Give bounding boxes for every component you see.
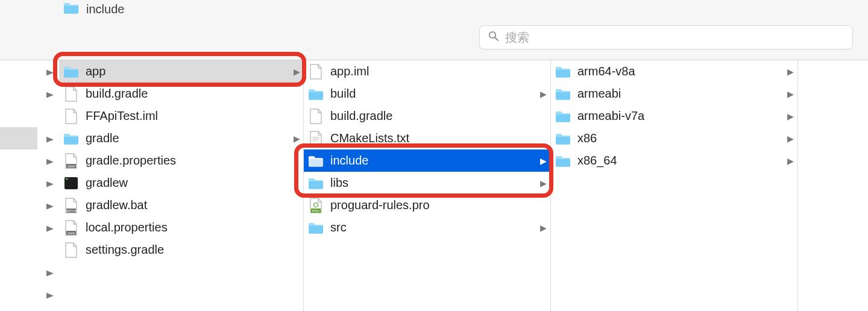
file-icon [63, 87, 80, 101]
list-item[interactable]: gradle▶ [59, 127, 304, 149]
terminal-icon [63, 176, 80, 190]
list-item[interactable]: x86_64▶ [551, 149, 797, 172]
list-item[interactable]: gradlew [59, 172, 304, 194]
item-label: CMakeLists.txt [330, 131, 547, 145]
java-icon [63, 221, 80, 235]
disclosure-arrow-icon[interactable]: ▶ [45, 68, 55, 77]
chevron-right-icon: ▶ [784, 89, 794, 99]
list-item[interactable]: src▶ [304, 216, 550, 239]
item-label: local.properties [86, 221, 300, 234]
item-label: src [330, 221, 537, 234]
file-icon [307, 109, 324, 124]
list-item[interactable]: gradlew.bat [59, 194, 304, 216]
disclosure-arrow-icon[interactable]: ▶ [45, 268, 55, 277]
disclosure-arrow-icon[interactable]: ▶ [45, 291, 55, 300]
item-label: settings.gradle [86, 243, 300, 257]
list-item[interactable]: local.properties [59, 216, 304, 239]
list-item[interactable]: app.iml [304, 60, 550, 83]
list-item[interactable]: build.gradle [59, 83, 304, 105]
list-item[interactable]: proguard-rules.pro [304, 194, 550, 216]
folder-icon [555, 131, 571, 146]
toolbar: include [0, 0, 868, 60]
folder-icon [555, 64, 571, 79]
item-label: gradlew [86, 176, 300, 190]
java-icon [63, 154, 80, 168]
chevron-right-icon: ▶ [784, 134, 794, 143]
item-label: libs [330, 176, 537, 190]
folder-icon [307, 176, 324, 190]
item-label: x86 [577, 131, 784, 145]
path-current-folder-label: include [86, 2, 124, 16]
item-label: build.gradle [330, 109, 547, 123]
item-label: build.gradle [86, 87, 300, 101]
item-label: gradlew.bat [86, 198, 300, 212]
chevron-right-icon: ▶ [537, 156, 547, 166]
list-item[interactable]: settings.gradle [59, 239, 304, 261]
chevron-right-icon: ▶ [784, 67, 794, 77]
list-item[interactable]: gradle.properties [59, 149, 304, 172]
item-label: gradle.properties [86, 154, 300, 168]
pro-icon [307, 198, 324, 213]
folder-icon [555, 109, 571, 124]
column-2[interactable]: app.imlbuild▶build.gradleCMakeLists.txti… [304, 60, 551, 311]
file-icon [63, 243, 80, 257]
chevron-right-icon: ▶ [784, 156, 794, 166]
search-icon [488, 31, 499, 44]
item-label: FFApiTest.iml [86, 109, 300, 123]
item-label: x86_64 [577, 154, 784, 168]
list-item[interactable]: FFApiTest.iml [59, 105, 304, 127]
folder-icon [555, 87, 571, 101]
list-item[interactable]: arm64-v8a▶ [551, 60, 797, 83]
chevron-right-icon: ▶ [291, 134, 300, 143]
chevron-right-icon: ▶ [537, 178, 547, 188]
batch-icon [63, 198, 80, 213]
column-3[interactable]: arm64-v8a▶armeabi▶armeabi-v7a▶x86▶x86_64… [551, 60, 798, 311]
search-input[interactable] [505, 31, 844, 45]
list-item[interactable]: build.gradle [304, 105, 550, 127]
item-label: armeabi-v7a [577, 109, 784, 123]
chevron-right-icon: ▶ [784, 112, 794, 121]
folder-icon [307, 87, 324, 101]
item-label: armeabi [577, 87, 784, 101]
disclosure-arrow-icon[interactable]: ▶ [45, 134, 55, 143]
disclosure-arrow-icon[interactable]: ▶ [45, 90, 55, 99]
disclosure-arrow-icon[interactable]: ▶ [45, 157, 55, 166]
item-label: app.iml [330, 64, 547, 78]
file-icon [307, 64, 324, 79]
column-1-disclosure-gutter: ▶▶▶▶▶▶▶▶▶ [37, 60, 59, 311]
item-label: app [86, 64, 291, 78]
chevron-right-icon: ▶ [537, 89, 547, 99]
disclosure-arrow-icon[interactable]: ▶ [45, 179, 55, 188]
disclosure-arrow-icon[interactable]: ▶ [45, 201, 55, 210]
folder-icon [63, 1, 79, 17]
list-item[interactable]: x86▶ [551, 127, 797, 149]
list-item[interactable]: libs▶ [304, 172, 550, 194]
folder-icon [63, 64, 80, 79]
chevron-right-icon: ▶ [291, 67, 300, 77]
path-current-folder: include [63, 1, 124, 17]
folder-icon [555, 154, 571, 168]
item-label: build [330, 87, 537, 101]
search-field[interactable] [479, 25, 853, 49]
file-icon [63, 109, 80, 124]
list-item[interactable]: CMakeLists.txt [304, 127, 550, 149]
list-item[interactable]: app▶ [59, 60, 304, 83]
list-item[interactable]: armeabi-v7a▶ [551, 105, 797, 127]
column-1[interactable]: app▶build.gradleFFApiTest.imlgradle▶grad… [59, 60, 304, 311]
folder-icon [63, 131, 80, 146]
list-item[interactable]: include▶ [304, 149, 550, 172]
chevron-right-icon: ▶ [537, 223, 547, 233]
list-item[interactable]: build▶ [304, 83, 550, 105]
folder-icon [307, 221, 324, 235]
folder-icon [307, 154, 324, 168]
item-label: arm64-v8a [577, 64, 784, 78]
selection-gutter-marker [0, 127, 37, 149]
item-label: include [330, 154, 537, 168]
gutter [0, 60, 37, 311]
item-label: gradle [86, 131, 291, 145]
disclosure-arrow-icon[interactable]: ▶ [45, 224, 55, 233]
list-item[interactable]: armeabi▶ [551, 83, 797, 105]
cmake-icon [307, 131, 324, 146]
finder-columns: ▶▶▶▶▶▶▶▶▶ app▶build.gradleFFApiTest.imlg… [0, 60, 868, 311]
item-label: proguard-rules.pro [330, 198, 547, 212]
